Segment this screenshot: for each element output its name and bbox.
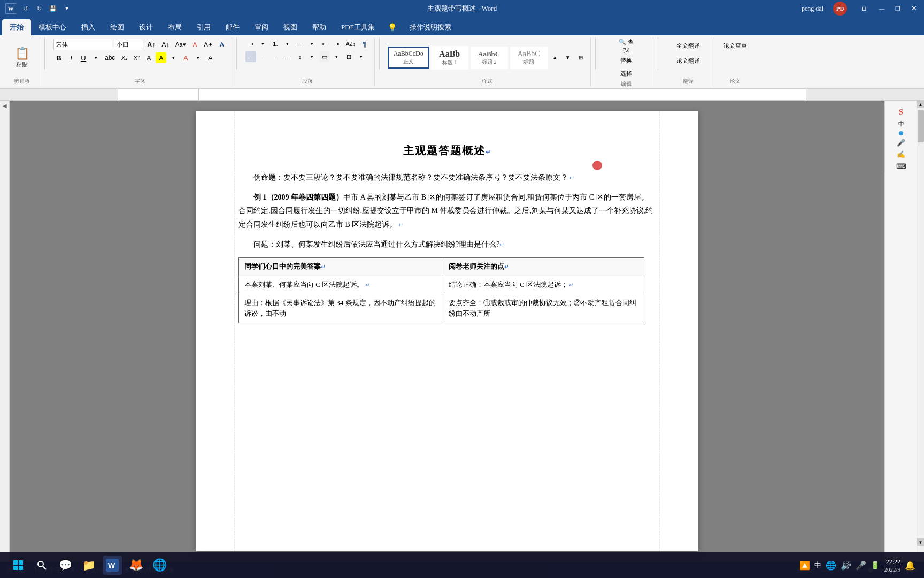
font-grow-btn[interactable]: A↑ — [145, 39, 158, 50]
notification-btn[interactable]: 🔔 — [905, 560, 915, 571]
char-border-btn[interactable]: A — [205, 52, 215, 63]
scroll-thumb[interactable] — [918, 110, 924, 142]
quick-access-undo[interactable]: ↺ — [20, 4, 30, 13]
paper-translate-btn[interactable]: 论文翻译 — [667, 54, 710, 67]
underline-arrow[interactable]: ▾ — [90, 52, 101, 63]
audio-icon[interactable]: 🔊 — [841, 560, 851, 571]
strikethrough-btn[interactable]: abc — [103, 52, 117, 63]
bold-btn[interactable]: B — [53, 52, 64, 63]
tab-layout[interactable]: 布局 — [160, 19, 189, 35]
app-icon[interactable]: W — [5, 3, 16, 14]
style-heading[interactable]: AaBbC 标题 — [510, 47, 548, 69]
style-heading1[interactable]: AaBb 标题 1 — [431, 46, 468, 70]
font-shrink-btn[interactable]: A↓ — [159, 39, 172, 50]
search-hint-icon[interactable]: 💡 — [382, 20, 402, 35]
tab-review[interactable]: 审阅 — [247, 19, 276, 35]
full-translate-btn[interactable]: 全文翻译 — [667, 39, 710, 52]
styles-expand[interactable]: ⊞ — [575, 52, 586, 63]
sogou-icon-mic[interactable]: 🎤 — [897, 139, 905, 147]
bullets-arrow[interactable]: ▾ — [258, 39, 268, 49]
tab-mail[interactable]: 邮件 — [218, 19, 247, 35]
tab-help[interactable]: 帮助 — [305, 19, 334, 35]
table-expand[interactable] — [644, 257, 656, 276]
scrollbar-vertical[interactable]: ▲ ▼ — [917, 101, 924, 562]
underline-btn[interactable]: U — [78, 52, 89, 63]
ime-icon[interactable]: 中 — [814, 560, 821, 570]
styles-scroll-down[interactable]: ▼ — [563, 52, 573, 63]
minimize-btn[interactable]: — — [877, 4, 887, 13]
tab-home[interactable]: 开始 — [2, 19, 31, 35]
chat-icon[interactable]: 💬 — [56, 556, 75, 575]
ribbon-display-btn[interactable]: ⊟ — [859, 4, 868, 13]
mic-icon[interactable]: 🎤 — [856, 560, 866, 571]
sogou-icon-s[interactable]: S — [899, 108, 903, 117]
system-tray[interactable]: 🔼 — [799, 560, 810, 571]
file-explorer-icon[interactable]: 📁 — [79, 556, 98, 575]
edge-icon[interactable]: 🌐 — [150, 556, 169, 575]
quick-access-save[interactable]: 💾 — [48, 4, 58, 13]
multilevel-btn[interactable]: ≡ — [295, 39, 305, 49]
justify-btn[interactable]: ≡ — [282, 51, 293, 62]
word-icon[interactable]: W — [103, 556, 122, 575]
italic-btn[interactable]: I — [66, 52, 76, 63]
quick-access-more[interactable]: ▼ — [62, 4, 72, 13]
font-name-select[interactable] — [53, 39, 112, 50]
paper-check-btn[interactable]: 论文查重 — [721, 39, 750, 52]
tab-insert[interactable]: 插入 — [74, 19, 103, 35]
font-color-arrow[interactable]: ▾ — [192, 52, 203, 63]
replace-btn[interactable]: 替换 — [614, 55, 638, 66]
find-btn[interactable]: 🔍 查找 — [614, 39, 638, 54]
style-heading2[interactable]: AaBbC 标题 2 — [471, 47, 508, 69]
clear-format-btn[interactable]: A — [190, 39, 201, 50]
bullets-btn[interactable]: ≡• — [245, 39, 256, 49]
fox-icon[interactable]: 🦊 — [126, 556, 145, 575]
styles-scroll-up[interactable]: ▲ — [550, 52, 560, 63]
text-effect-btn[interactable]: A✦ — [202, 39, 215, 50]
decrease-indent-btn[interactable]: ⇤ — [319, 39, 330, 49]
multilevel-arrow[interactable]: ▾ — [307, 39, 318, 49]
subscript-btn[interactable]: X₂ — [119, 52, 129, 63]
sogou-icon-cn[interactable]: 中 — [898, 120, 904, 128]
font-color-btn2[interactable]: A — [217, 39, 227, 50]
superscript-btn[interactable]: X² — [131, 52, 142, 63]
start-btn[interactable] — [9, 556, 28, 575]
change-case-btn[interactable]: Aa▾ — [173, 39, 188, 50]
search-taskbar-btn[interactable] — [32, 556, 51, 575]
sort-btn[interactable]: AZ↕ — [344, 39, 358, 49]
increase-indent-btn[interactable]: ⇥ — [332, 39, 342, 49]
tab-pdf[interactable]: PDF工具集 — [334, 19, 382, 35]
scroll-up-btn[interactable]: ▲ — [917, 101, 925, 108]
sogou-icon-dot[interactable] — [899, 131, 903, 135]
font-color-a[interactable]: A — [143, 52, 154, 63]
shading-arrow[interactable]: ▾ — [332, 51, 342, 62]
numbering-arrow[interactable]: ▾ — [282, 39, 293, 49]
select-btn[interactable]: 选择 — [614, 67, 638, 79]
line-spacing-arrow[interactable]: ▾ — [307, 51, 318, 62]
align-right-btn[interactable]: ≡ — [270, 51, 281, 62]
annotation-dot[interactable] — [592, 161, 602, 170]
show-hide-btn[interactable]: ¶ — [359, 39, 370, 49]
doc-area[interactable]: 主观题答题概述↵ 伪命题：要不要三段论？要不要准确的法律规范名称？要不要准确法条… — [10, 101, 884, 562]
line-spacing-btn[interactable]: ↕ — [295, 51, 305, 62]
close-btn[interactable]: ✕ — [909, 4, 919, 13]
paste-button[interactable]: 📋 粘贴 — [9, 42, 35, 73]
user-avatar[interactable]: PD — [833, 2, 847, 16]
restore-btn[interactable]: ❐ — [893, 4, 903, 13]
tab-design[interactable]: 设计 — [132, 19, 160, 35]
tab-search[interactable]: 操作说明搜索 — [402, 19, 459, 35]
style-normal[interactable]: AaBbCcDo 正文 — [388, 47, 429, 69]
shading-btn[interactable]: ▭ — [319, 51, 330, 62]
tab-view[interactable]: 视图 — [276, 19, 305, 35]
tab-reference[interactable]: 引用 — [189, 19, 218, 35]
nav-pane-btn[interactable]: ◀ — [2, 103, 7, 109]
battery-icon[interactable]: 🔋 — [871, 561, 880, 570]
font-size-select[interactable] — [114, 39, 143, 50]
font-color-red[interactable]: A — [180, 52, 191, 63]
network-icon[interactable]: 🌐 — [826, 560, 836, 571]
scroll-down-btn[interactable]: ▼ — [917, 538, 925, 546]
sogou-icon-hand[interactable]: ✍ — [897, 150, 905, 159]
highlight-arrow[interactable]: ▾ — [168, 52, 179, 63]
align-left-btn[interactable]: ≡ — [245, 51, 256, 62]
tab-template[interactable]: 模板中心 — [31, 19, 74, 35]
tab-draw[interactable]: 绘图 — [103, 19, 132, 35]
